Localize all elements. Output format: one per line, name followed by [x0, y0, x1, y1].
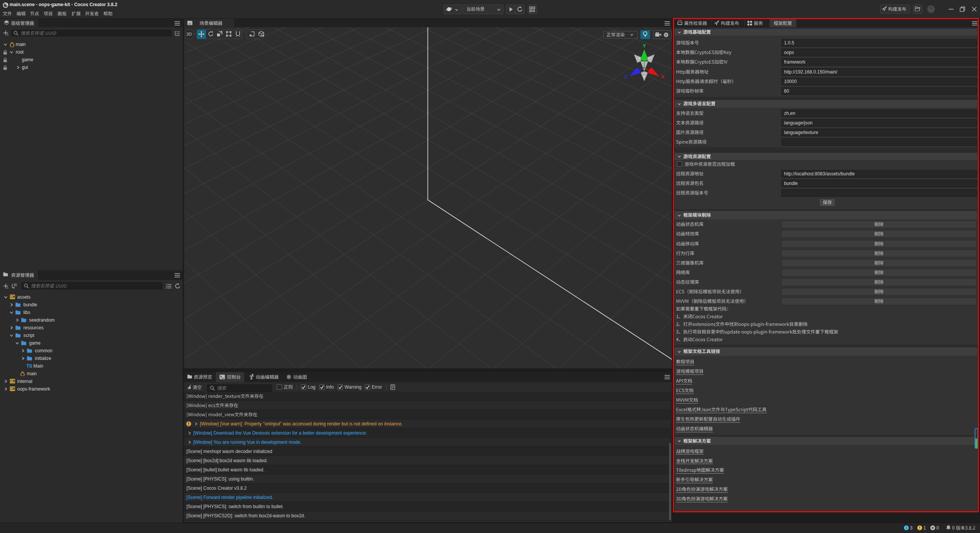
svg-text:i: i	[906, 526, 907, 530]
svg-text:Z: Z	[624, 74, 627, 80]
svg-text:Y: Y	[643, 43, 646, 49]
svg-text:?: ?	[929, 7, 933, 12]
svg-text:X: X	[661, 74, 665, 80]
